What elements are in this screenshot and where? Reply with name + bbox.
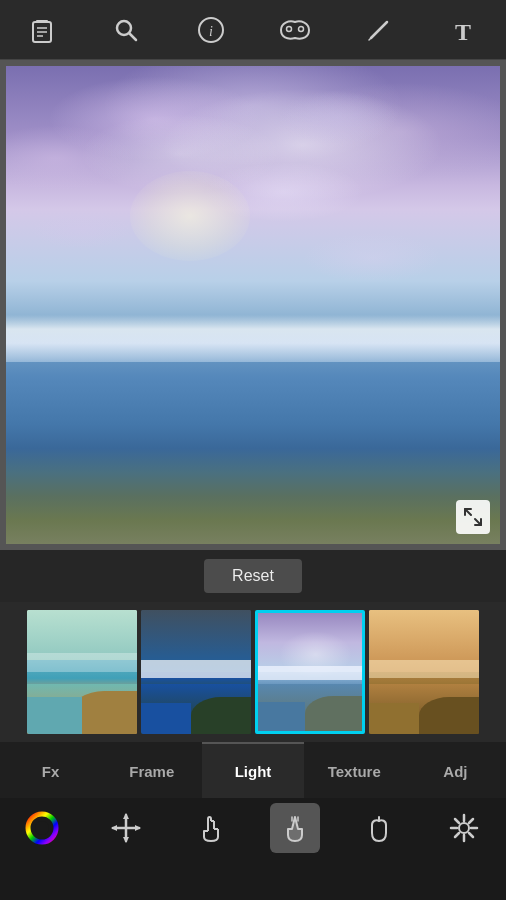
svg-line-34 (455, 833, 459, 837)
svg-marker-22 (111, 825, 117, 831)
svg-marker-23 (135, 825, 141, 831)
tab-texture[interactable]: Texture (304, 742, 405, 798)
svg-point-35 (459, 823, 469, 833)
move-tool-icon[interactable] (101, 803, 151, 853)
filter-thumb-light[interactable] (255, 610, 365, 734)
mask-icon[interactable] (275, 10, 315, 50)
top-toolbar: i T (0, 0, 506, 60)
paint-tool-icon[interactable] (270, 803, 320, 853)
tab-adj[interactable]: Adj (405, 742, 506, 798)
svg-line-33 (469, 819, 473, 823)
svg-point-9 (287, 26, 292, 31)
bottom-tabs: Fx Frame Light Texture Adj (0, 742, 506, 798)
svg-marker-21 (123, 837, 129, 843)
grab-tool-icon[interactable] (354, 803, 404, 853)
tab-light[interactable]: Light (202, 742, 303, 798)
filter-thumb-dark[interactable] (141, 610, 251, 734)
bottom-actions (0, 798, 506, 858)
svg-line-11 (371, 22, 387, 38)
filter-thumb-golden[interactable] (369, 610, 479, 734)
svg-line-6 (130, 33, 137, 40)
search-icon[interactable] (106, 10, 146, 50)
svg-text:T: T (455, 19, 471, 44)
filter-strip (0, 602, 506, 742)
svg-line-31 (455, 819, 459, 823)
svg-text:i: i (209, 24, 213, 39)
text-icon[interactable]: T (444, 10, 484, 50)
hand-tool-icon[interactable] (186, 803, 236, 853)
color-wheel-icon[interactable] (17, 803, 67, 853)
svg-point-17 (35, 821, 49, 835)
expand-button[interactable] (456, 500, 490, 534)
pen-icon[interactable] (359, 10, 399, 50)
reset-bar: Reset (0, 550, 506, 602)
svg-line-12 (369, 38, 371, 40)
filter-thumb-warm[interactable] (27, 610, 137, 734)
main-image (0, 60, 506, 550)
clipboard-icon[interactable] (22, 10, 62, 50)
svg-point-10 (299, 26, 304, 31)
burst-tool-icon[interactable] (439, 803, 489, 853)
reset-button[interactable]: Reset (204, 559, 302, 593)
tab-frame[interactable]: Frame (101, 742, 202, 798)
svg-line-32 (469, 833, 473, 837)
info-icon[interactable]: i (191, 10, 231, 50)
svg-marker-20 (123, 813, 129, 819)
tab-fx[interactable]: Fx (0, 742, 101, 798)
